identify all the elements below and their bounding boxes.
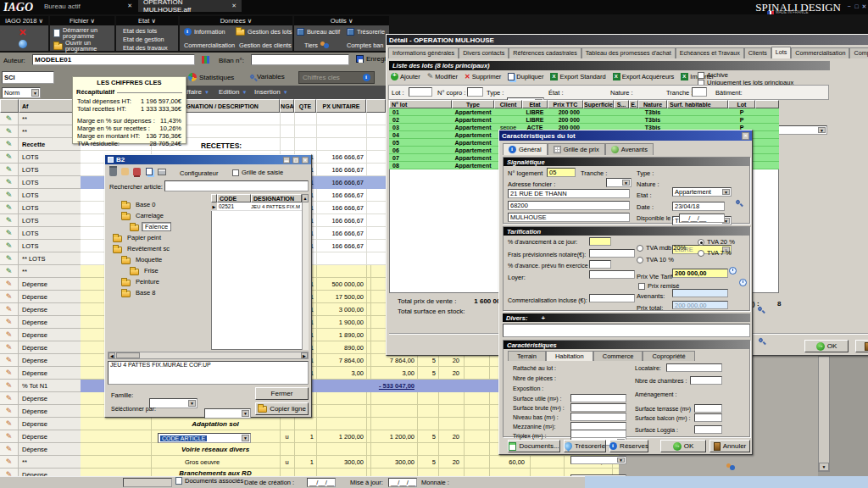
- sheet-vscrollbar[interactable]: [818, 356, 830, 472]
- sidebar-row[interactable]: Dépense: [0, 418, 81, 430]
- caracteristique-tab[interactable]: Terrain: [508, 351, 546, 361]
- checkbox-icon[interactable]: [698, 72, 704, 79]
- creation-date-input[interactable]: __/__/__: [307, 478, 336, 487]
- scroll-up-icon[interactable]: ▲: [302, 194, 309, 202]
- menu-commercialisation[interactable]: Commercialisation: [184, 42, 235, 49]
- folder-item[interactable]: Base 0: [108, 199, 209, 210]
- sidebar-row[interactable]: LOTS: [0, 151, 81, 164]
- sidebar-row[interactable]: **: [0, 265, 81, 278]
- detail-tab[interactable]: Lots: [771, 47, 792, 58]
- sidebar-row[interactable]: Dépense: [0, 405, 81, 418]
- ribbon-group-title[interactable]: Fichier ∨: [50, 16, 114, 25]
- px-cell[interactable]: 1 890,00: [316, 329, 366, 341]
- row-icon-cell[interactable]: [0, 469, 19, 476]
- lot-dialog-tab[interactable]: Avenants: [605, 143, 654, 155]
- col-header-qte[interactable]: QTE: [294, 99, 316, 113]
- menu-edition[interactable]: Edition: [219, 88, 247, 96]
- scroll-thumb[interactable]: [116, 352, 140, 358]
- sidebar-row[interactable]: Recette: [0, 138, 81, 151]
- tva7-radio[interactable]: TVA 7 %: [698, 249, 732, 257]
- b2-titlebar[interactable]: B2 ▬ ▢ ✕: [105, 155, 311, 164]
- lot-dialog-titlebar[interactable]: Caractéristiques du lot✕: [499, 130, 752, 141]
- menu-gestion-des-clients[interactable]: Gestion des clients: [239, 42, 292, 49]
- row-icon-cell[interactable]: [0, 303, 19, 315]
- col-header-engagement[interactable]: ENGA..: [280, 99, 294, 113]
- caracteristique-tab[interactable]: Commerce: [593, 351, 643, 361]
- close-button[interactable]: [860, 3, 868, 10]
- sidebar-row[interactable]: **: [0, 113, 81, 125]
- menu-insertion[interactable]: Insertion: [254, 88, 288, 96]
- fermer-button[interactable]: Fermer: [255, 387, 309, 400]
- row-icon-cell[interactable]: [0, 176, 19, 188]
- menu-information[interactable]: Information: [184, 28, 225, 36]
- close-tab-icon[interactable]: [127, 3, 132, 9]
- filter-lot-input[interactable]: [409, 87, 432, 97]
- dropdown-arrow-icon[interactable]: [242, 410, 249, 417]
- row-icon-cell[interactable]: [0, 291, 19, 302]
- surface-brute-input[interactable]: [570, 403, 626, 412]
- col5-cell[interactable]: 5: [417, 367, 438, 380]
- avenants-input[interactable]: [672, 289, 728, 297]
- delete-icon[interactable]: [109, 168, 117, 176]
- col5-cell[interactable]: 5: [417, 456, 438, 469]
- col20-cell[interactable]: 20: [438, 456, 462, 469]
- users-icon[interactable]: [726, 463, 736, 471]
- row-icon-cell[interactable]: [0, 138, 19, 150]
- lots-col-header[interactable]: Lot: [728, 100, 755, 108]
- row-icon-cell[interactable]: [0, 341, 19, 353]
- sidebar-row[interactable]: Dépense: [0, 303, 81, 316]
- section-voirie[interactable]: Voirie réseaux divers: [151, 443, 280, 456]
- chambres-input[interactable]: [690, 376, 722, 385]
- disponible-input[interactable]: __/__/__: [679, 214, 725, 223]
- row-icon-cell[interactable]: [0, 214, 19, 226]
- folder-item[interactable]: Faïence: [108, 221, 209, 232]
- dropdown-arrow-icon[interactable]: [818, 127, 826, 133]
- px-cell[interactable]: 166 666,67: [316, 227, 366, 240]
- px-cell[interactable]: 3,00: [316, 367, 366, 380]
- sidebar-row[interactable]: **: [0, 125, 81, 138]
- divers-add-button[interactable]: +: [541, 314, 544, 322]
- close-icon[interactable]: ✕: [742, 132, 749, 140]
- configurator-label[interactable]: Configurateur: [180, 169, 218, 177]
- niveau-bas-input[interactable]: [570, 413, 626, 421]
- px-cell[interactable]: 166 666,67: [316, 240, 366, 252]
- row-icon-cell[interactable]: [0, 418, 19, 430]
- radio-icon[interactable]: [698, 250, 704, 257]
- sidebar-row[interactable]: Dépense: [0, 430, 81, 443]
- row-icon-cell[interactable]: [0, 443, 19, 455]
- ribbon-group-title[interactable]: Outils ∨: [294, 16, 389, 25]
- tva10-radio[interactable]: TVA 10 %: [637, 256, 674, 263]
- famille-dropdown-2[interactable]: [204, 408, 251, 419]
- col20-cell[interactable]: 20: [438, 367, 462, 380]
- caracteristique-tab[interactable]: Habitation: [546, 351, 593, 361]
- row-icon-cell[interactable]: [0, 329, 19, 341]
- lots-row[interactable]: 01 Appartement LIBRE 200 000 T3bis P: [389, 108, 779, 116]
- stamp-icon[interactable]: [133, 168, 141, 175]
- px-cell[interactable]: 500 000,00: [316, 278, 366, 291]
- sidebar-row[interactable]: LOTS: [0, 189, 81, 202]
- date-input[interactable]: 23/04/18: [672, 202, 725, 211]
- px-cell[interactable]: 1 200,00: [316, 430, 366, 443]
- lots-col-header[interactable]: Client: [494, 100, 522, 108]
- px-cell[interactable]: 1 900,00: [316, 316, 366, 329]
- detail-tab[interactable]: Références cadastrales: [509, 47, 581, 58]
- balcon-input[interactable]: [694, 413, 722, 422]
- detail-tab[interactable]: Clients: [744, 47, 771, 58]
- lot-dialog-tab[interactable]: Général: [503, 143, 548, 155]
- ribbon-group-title[interactable]: Données ∨: [180, 16, 292, 25]
- scroll-down-icon[interactable]: ▼: [819, 463, 829, 471]
- px-cell[interactable]: 166 666,67: [316, 164, 366, 176]
- scroll-left-icon[interactable]: ◀: [108, 352, 115, 358]
- menu-bureau-actif[interactable]: Bureau actif: [297, 28, 340, 36]
- rechercher-input[interactable]: [164, 180, 309, 191]
- sidebar-row[interactable]: Dépense: [0, 367, 81, 380]
- unit-cell[interactable]: u: [280, 430, 294, 443]
- adresse-input-2[interactable]: 68200: [508, 201, 630, 210]
- qte-cell[interactable]: 1: [294, 430, 316, 443]
- hand-icon[interactable]: [121, 168, 129, 175]
- minimize-button[interactable]: [845, 3, 853, 10]
- row-icon-cell[interactable]: [0, 456, 19, 468]
- caracteristique-tab[interactable]: Copropriété: [643, 351, 694, 361]
- radio-icon[interactable]: [637, 257, 643, 263]
- row-icon-cell[interactable]: [0, 380, 19, 391]
